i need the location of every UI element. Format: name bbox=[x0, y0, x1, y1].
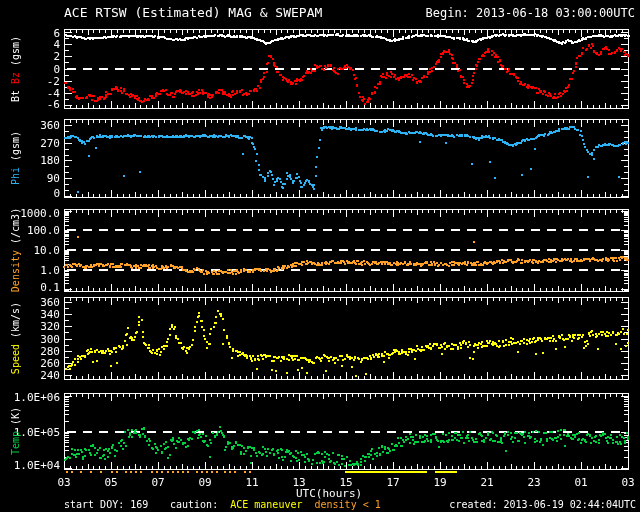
y-axis-title-part: Temp bbox=[10, 425, 21, 455]
low-density-label: density < 1 bbox=[315, 499, 381, 510]
y-axis-title-part: Phi bbox=[10, 161, 21, 185]
created-timestamp: created: 2013-06-19 02:44:04UTC bbox=[449, 499, 636, 510]
plot-canvas bbox=[0, 0, 640, 512]
x-tick-label: 23 bbox=[519, 477, 549, 488]
page-title: ACE RTSW (Estimated) MAG & SWEPAM bbox=[64, 5, 322, 20]
y-tick-label: 0 bbox=[10, 188, 60, 199]
y-axis-title-part: Density bbox=[10, 244, 21, 292]
y-axis-title-part: Bt bbox=[10, 84, 21, 102]
y-axis-title-part: (km/s) bbox=[10, 302, 21, 338]
x-tick-label: 03 bbox=[613, 477, 640, 488]
y-axis-title: Phi (gsm) bbox=[11, 131, 21, 185]
ace-maneuver-label: ACE maneuver bbox=[230, 499, 302, 510]
y-axis-title-part: (gsm) bbox=[10, 36, 21, 66]
begin-timestamp: Begin: 2013-06-18 03:00:00UTC bbox=[425, 6, 635, 20]
caution-label: caution: bbox=[170, 499, 218, 510]
y-axis-title: Speed (km/s) bbox=[11, 302, 21, 374]
x-tick-label: 07 bbox=[143, 477, 173, 488]
x-tick-label: 21 bbox=[472, 477, 502, 488]
y-axis-title: Bt Bz (gsm) bbox=[11, 36, 21, 102]
ace-rtsw-plot: ACE RTSW (Estimated) MAG & SWEPAM Begin:… bbox=[0, 0, 640, 512]
x-tick-label: 05 bbox=[96, 477, 126, 488]
x-tick-label: 11 bbox=[237, 477, 267, 488]
y-axis-title-part: Speed bbox=[10, 338, 21, 374]
x-tick-label: 09 bbox=[190, 477, 220, 488]
y-axis-title: Temp (K) bbox=[11, 407, 21, 455]
y-axis-title: Density (/cm3) bbox=[11, 208, 21, 292]
x-tick-label: 01 bbox=[566, 477, 596, 488]
y-tick-label: 360 bbox=[10, 120, 60, 131]
y-axis-title-part: (K) bbox=[10, 407, 21, 425]
x-tick-label: 03 bbox=[49, 477, 79, 488]
y-axis-title-part: (gsm) bbox=[10, 131, 21, 161]
start-doy-label: start DOY: 169 bbox=[64, 499, 148, 510]
caution-note: caution: ACE maneuver density < 1 bbox=[170, 499, 381, 510]
y-tick-label: 1.0E+04 bbox=[10, 460, 60, 471]
y-axis-title-part: (/cm3) bbox=[10, 208, 21, 244]
x-tick-label: 17 bbox=[378, 477, 408, 488]
y-tick-label: 1.0E+06 bbox=[10, 392, 60, 403]
y-axis-title-part: Bz bbox=[10, 66, 21, 84]
x-tick-label: 19 bbox=[425, 477, 455, 488]
